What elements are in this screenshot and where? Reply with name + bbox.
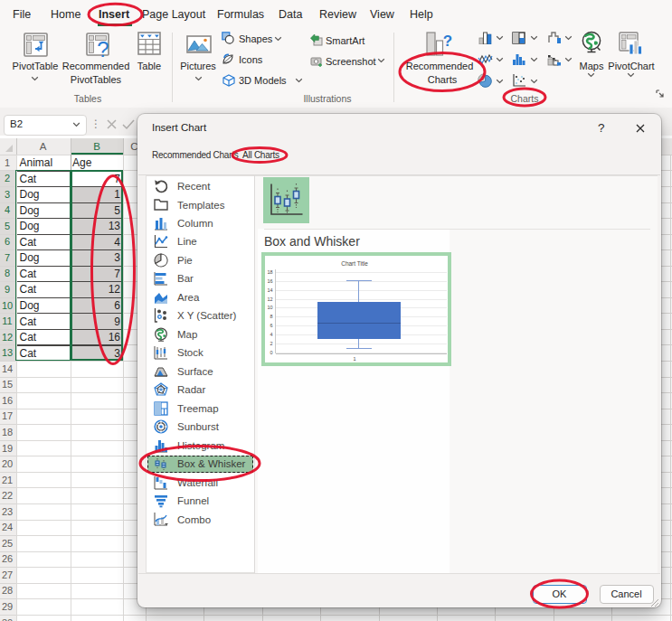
svg-text:?: ? [97,37,109,60]
svg-text:?: ? [443,33,452,50]
